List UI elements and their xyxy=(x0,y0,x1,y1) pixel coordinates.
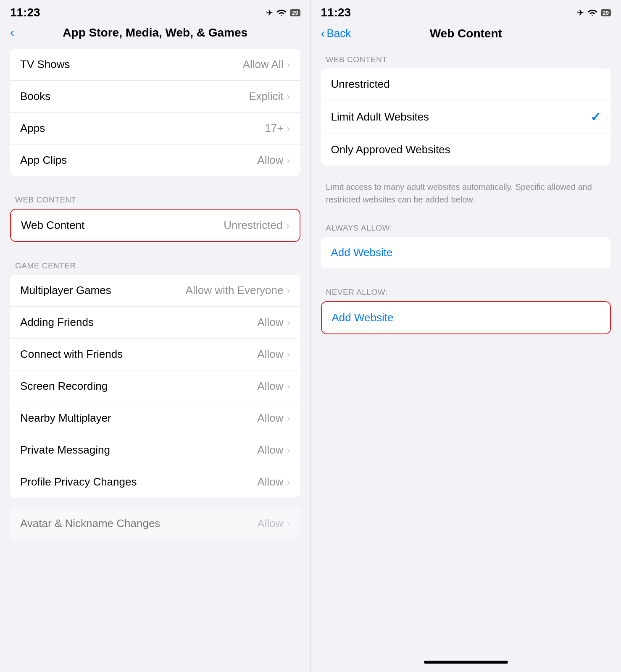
always-allow-header: ALWAYS ALLOW: xyxy=(311,214,621,237)
never-allow-header: NEVER ALLOW: xyxy=(311,278,621,301)
books-item[interactable]: Books Explicit › xyxy=(10,81,300,113)
tv-shows-right: Allow All › xyxy=(243,58,290,71)
profile-privacy-value: Allow xyxy=(257,475,283,488)
nearby-multiplayer-value: Allow xyxy=(257,412,283,425)
connect-with-friends-label: Connect with Friends xyxy=(20,348,123,361)
battery-left: 29 xyxy=(290,9,300,16)
adding-friends-right: Allow › xyxy=(257,316,290,329)
apps-right: 17+ › xyxy=(265,122,290,135)
option-limit-adult[interactable]: Limit Adult Websites ✓ xyxy=(321,100,611,134)
tv-shows-item[interactable]: TV Shows Allow All › xyxy=(10,49,300,81)
add-website-always-label: Add Website xyxy=(331,246,393,259)
web-content-item[interactable]: Web Content Unrestricted › xyxy=(11,210,300,241)
avatar-nickname-right: Allow › xyxy=(257,517,290,530)
home-indicator-right xyxy=(424,661,508,664)
airplane-icon-right: ✈ xyxy=(577,8,584,18)
right-content: WEB CONTENT Unrestricted Limit Adult Web… xyxy=(311,46,621,656)
web-content-value: Unrestricted xyxy=(224,219,282,232)
time-left: 11:23 xyxy=(10,6,40,19)
back-label-right: Back xyxy=(327,27,351,40)
back-button-right[interactable]: ‹ Back xyxy=(321,27,351,40)
profile-privacy-right: Allow › xyxy=(257,475,290,488)
app-clips-chevron: › xyxy=(287,155,290,165)
game-center-group: Multiplayer Games Allow with Everyone › … xyxy=(10,275,300,498)
back-chevron-right: ‹ xyxy=(321,27,325,39)
top-list-group: TV Shows Allow All › Books Explicit › Ap… xyxy=(10,49,300,176)
status-bar-right: 11:23 ✈ 29 xyxy=(311,0,621,23)
nav-bar-right: ‹ Back Web Content xyxy=(311,23,621,46)
multiplayer-games-value: Allow with Everyone xyxy=(186,284,284,297)
game-center-section-header: GAME CENTER xyxy=(0,252,310,275)
right-panel: 11:23 ✈ 29 ‹ Back Web Content WEB CONTEN… xyxy=(311,0,621,672)
nearby-multiplayer-chevron: › xyxy=(287,413,290,423)
apps-value: 17+ xyxy=(265,122,283,135)
adding-friends-chevron: › xyxy=(287,318,290,328)
profile-privacy-label: Profile Privacy Changes xyxy=(20,475,137,488)
web-content-right: Unrestricted › xyxy=(224,219,289,232)
connect-with-friends-right: Allow › xyxy=(257,348,290,361)
books-label: Books xyxy=(20,90,50,103)
tv-shows-chevron: › xyxy=(287,60,290,70)
avatar-nickname-chevron: › xyxy=(287,519,290,529)
avatar-nickname-label: Avatar & Nickname Changes xyxy=(20,517,160,530)
web-content-label: Web Content xyxy=(21,219,84,232)
add-website-never-item[interactable]: Add Website xyxy=(322,302,610,333)
nearby-multiplayer-label: Nearby Multiplayer xyxy=(20,412,111,425)
connect-with-friends-chevron: › xyxy=(287,349,290,360)
back-chevron-left: ‹ xyxy=(10,26,14,39)
tv-shows-label: TV Shows xyxy=(20,58,70,71)
multiplayer-games-right: Allow with Everyone › xyxy=(186,284,290,297)
web-content-group: Web Content Unrestricted › xyxy=(10,209,300,242)
tv-shows-value: Allow All xyxy=(243,58,284,71)
add-website-never-label: Add Website xyxy=(332,311,394,324)
adding-friends-value: Allow xyxy=(257,316,283,329)
status-icons-right: ✈ 29 xyxy=(577,8,611,18)
private-messaging-value: Allow xyxy=(257,444,283,457)
never-allow-group: Add Website xyxy=(321,301,611,334)
multiplayer-games-label: Multiplayer Games xyxy=(20,284,111,297)
wifi-icon-right xyxy=(587,8,597,18)
web-content-options-header: WEB CONTENT xyxy=(311,46,621,68)
screen-recording-item[interactable]: Screen Recording Allow › xyxy=(10,370,300,402)
web-content-chevron: › xyxy=(286,220,289,231)
avatar-nickname-item[interactable]: Avatar & Nickname Changes Allow › xyxy=(10,508,300,539)
private-messaging-chevron: › xyxy=(287,445,290,455)
left-panel: 11:23 ✈ 29 ‹ App Store, Media, Web, & Ga… xyxy=(0,0,310,672)
page-title-left: App Store, Media, Web, & Games xyxy=(63,26,247,39)
time-right: 11:23 xyxy=(321,6,351,19)
screen-recording-label: Screen Recording xyxy=(20,380,108,393)
apps-chevron: › xyxy=(287,123,290,134)
app-clips-label: App Clips xyxy=(20,154,67,167)
screen-recording-chevron: › xyxy=(287,381,290,391)
option-unrestricted-label: Unrestricted xyxy=(331,78,390,91)
screen-recording-right: Allow › xyxy=(257,380,290,393)
nearby-multiplayer-item[interactable]: Nearby Multiplayer Allow › xyxy=(10,402,300,434)
checkmark-icon: ✓ xyxy=(590,110,601,124)
screen-recording-value: Allow xyxy=(257,380,283,393)
private-messaging-item[interactable]: Private Messaging Allow › xyxy=(10,434,300,466)
app-clips-item[interactable]: App Clips Allow › xyxy=(10,144,300,176)
left-content: TV Shows Allow All › Books Explicit › Ap… xyxy=(0,45,310,672)
private-messaging-right: Allow › xyxy=(257,444,290,457)
profile-privacy-chevron: › xyxy=(287,477,290,487)
option-limit-adult-label: Limit Adult Websites xyxy=(331,110,429,123)
web-content-description: Limit access to many adult websites auto… xyxy=(311,176,621,214)
option-only-approved-label: Only Approved Websites xyxy=(331,143,450,156)
books-value: Explicit xyxy=(249,90,283,103)
profile-privacy-item[interactable]: Profile Privacy Changes Allow › xyxy=(10,466,300,498)
option-only-approved[interactable]: Only Approved Websites xyxy=(321,134,611,165)
apps-item[interactable]: Apps 17+ › xyxy=(10,113,300,144)
add-website-always-item[interactable]: Add Website xyxy=(321,237,611,268)
app-clips-value: Allow xyxy=(257,154,283,167)
multiplayer-games-item[interactable]: Multiplayer Games Allow with Everyone › xyxy=(10,275,300,307)
avatar-nickname-value: Allow xyxy=(257,517,283,530)
page-title-right: Web Content xyxy=(430,27,502,40)
option-unrestricted[interactable]: Unrestricted xyxy=(321,68,611,100)
connect-with-friends-item[interactable]: Connect with Friends Allow › xyxy=(10,339,300,370)
adding-friends-item[interactable]: Adding Friends Allow › xyxy=(10,307,300,339)
private-messaging-label: Private Messaging xyxy=(20,444,110,457)
status-bar-left: 11:23 ✈ 29 xyxy=(0,0,310,23)
back-button-left[interactable]: ‹ xyxy=(10,27,14,39)
status-icons-left: ✈ 29 xyxy=(266,8,300,18)
always-allow-group: Add Website xyxy=(321,237,611,268)
